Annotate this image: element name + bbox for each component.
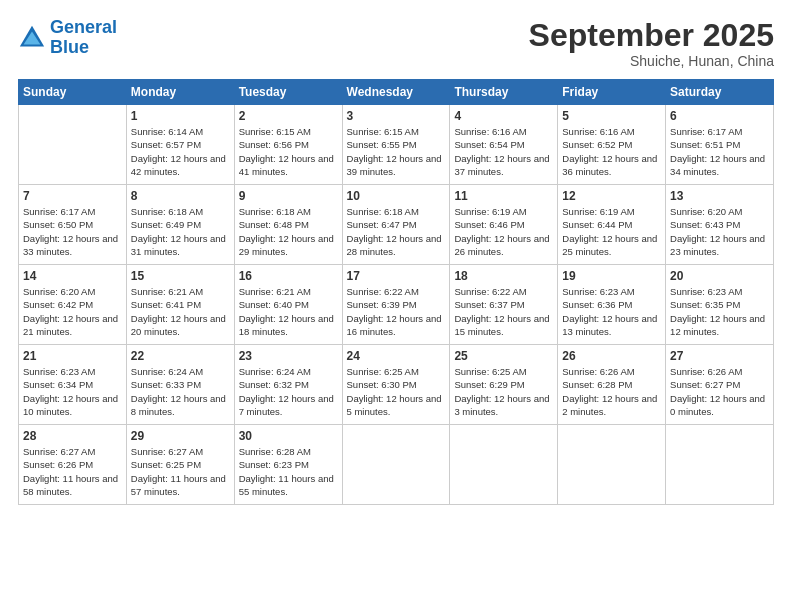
week-row-1: 1Sunrise: 6:14 AMSunset: 6:57 PMDaylight… — [19, 105, 774, 185]
day-number: 26 — [562, 349, 661, 363]
day-number: 27 — [670, 349, 769, 363]
day-number: 24 — [347, 349, 446, 363]
day-cell: 15Sunrise: 6:21 AMSunset: 6:41 PMDayligh… — [126, 265, 234, 345]
day-number: 12 — [562, 189, 661, 203]
day-number: 4 — [454, 109, 553, 123]
day-cell: 22Sunrise: 6:24 AMSunset: 6:33 PMDayligh… — [126, 345, 234, 425]
logo-icon — [18, 24, 46, 52]
day-detail: Sunrise: 6:19 AMSunset: 6:44 PMDaylight:… — [562, 205, 661, 258]
day-cell: 23Sunrise: 6:24 AMSunset: 6:32 PMDayligh… — [234, 345, 342, 425]
col-header-wednesday: Wednesday — [342, 80, 450, 105]
day-cell: 18Sunrise: 6:22 AMSunset: 6:37 PMDayligh… — [450, 265, 558, 345]
week-row-4: 21Sunrise: 6:23 AMSunset: 6:34 PMDayligh… — [19, 345, 774, 425]
day-number: 7 — [23, 189, 122, 203]
day-number: 15 — [131, 269, 230, 283]
logo-line1: General — [50, 17, 117, 37]
day-detail: Sunrise: 6:24 AMSunset: 6:32 PMDaylight:… — [239, 365, 338, 418]
day-detail: Sunrise: 6:21 AMSunset: 6:40 PMDaylight:… — [239, 285, 338, 338]
day-number: 25 — [454, 349, 553, 363]
day-cell: 25Sunrise: 6:25 AMSunset: 6:29 PMDayligh… — [450, 345, 558, 425]
day-number: 11 — [454, 189, 553, 203]
calendar-table: SundayMondayTuesdayWednesdayThursdayFrid… — [18, 79, 774, 505]
day-detail: Sunrise: 6:18 AMSunset: 6:48 PMDaylight:… — [239, 205, 338, 258]
day-detail: Sunrise: 6:22 AMSunset: 6:39 PMDaylight:… — [347, 285, 446, 338]
col-header-thursday: Thursday — [450, 80, 558, 105]
col-header-sunday: Sunday — [19, 80, 127, 105]
day-number: 20 — [670, 269, 769, 283]
header-row: SundayMondayTuesdayWednesdayThursdayFrid… — [19, 80, 774, 105]
day-cell: 5Sunrise: 6:16 AMSunset: 6:52 PMDaylight… — [558, 105, 666, 185]
day-detail: Sunrise: 6:16 AMSunset: 6:54 PMDaylight:… — [454, 125, 553, 178]
logo-text: General Blue — [50, 18, 117, 58]
day-cell: 10Sunrise: 6:18 AMSunset: 6:47 PMDayligh… — [342, 185, 450, 265]
day-detail: Sunrise: 6:22 AMSunset: 6:37 PMDaylight:… — [454, 285, 553, 338]
day-detail: Sunrise: 6:16 AMSunset: 6:52 PMDaylight:… — [562, 125, 661, 178]
week-row-2: 7Sunrise: 6:17 AMSunset: 6:50 PMDaylight… — [19, 185, 774, 265]
day-detail: Sunrise: 6:14 AMSunset: 6:57 PMDaylight:… — [131, 125, 230, 178]
week-row-5: 28Sunrise: 6:27 AMSunset: 6:26 PMDayligh… — [19, 425, 774, 505]
day-cell: 24Sunrise: 6:25 AMSunset: 6:30 PMDayligh… — [342, 345, 450, 425]
col-header-tuesday: Tuesday — [234, 80, 342, 105]
day-cell: 3Sunrise: 6:15 AMSunset: 6:55 PMDaylight… — [342, 105, 450, 185]
day-number: 8 — [131, 189, 230, 203]
day-cell — [19, 105, 127, 185]
day-detail: Sunrise: 6:18 AMSunset: 6:49 PMDaylight:… — [131, 205, 230, 258]
day-detail: Sunrise: 6:25 AMSunset: 6:29 PMDaylight:… — [454, 365, 553, 418]
day-cell: 7Sunrise: 6:17 AMSunset: 6:50 PMDaylight… — [19, 185, 127, 265]
day-cell: 14Sunrise: 6:20 AMSunset: 6:42 PMDayligh… — [19, 265, 127, 345]
day-cell: 13Sunrise: 6:20 AMSunset: 6:43 PMDayligh… — [666, 185, 774, 265]
header: General Blue September 2025 Shuiche, Hun… — [18, 18, 774, 69]
day-detail: Sunrise: 6:26 AMSunset: 6:27 PMDaylight:… — [670, 365, 769, 418]
day-detail: Sunrise: 6:23 AMSunset: 6:36 PMDaylight:… — [562, 285, 661, 338]
day-number: 16 — [239, 269, 338, 283]
day-detail: Sunrise: 6:28 AMSunset: 6:23 PMDaylight:… — [239, 445, 338, 498]
day-cell — [666, 425, 774, 505]
day-detail: Sunrise: 6:15 AMSunset: 6:55 PMDaylight:… — [347, 125, 446, 178]
day-number: 29 — [131, 429, 230, 443]
day-cell: 30Sunrise: 6:28 AMSunset: 6:23 PMDayligh… — [234, 425, 342, 505]
day-cell: 11Sunrise: 6:19 AMSunset: 6:46 PMDayligh… — [450, 185, 558, 265]
day-number: 9 — [239, 189, 338, 203]
day-number: 18 — [454, 269, 553, 283]
day-number: 3 — [347, 109, 446, 123]
location: Shuiche, Hunan, China — [529, 53, 774, 69]
day-detail: Sunrise: 6:26 AMSunset: 6:28 PMDaylight:… — [562, 365, 661, 418]
day-detail: Sunrise: 6:15 AMSunset: 6:56 PMDaylight:… — [239, 125, 338, 178]
day-number: 2 — [239, 109, 338, 123]
day-cell: 29Sunrise: 6:27 AMSunset: 6:25 PMDayligh… — [126, 425, 234, 505]
logo: General Blue — [18, 18, 117, 58]
day-cell: 19Sunrise: 6:23 AMSunset: 6:36 PMDayligh… — [558, 265, 666, 345]
day-detail: Sunrise: 6:21 AMSunset: 6:41 PMDaylight:… — [131, 285, 230, 338]
day-number: 30 — [239, 429, 338, 443]
week-row-3: 14Sunrise: 6:20 AMSunset: 6:42 PMDayligh… — [19, 265, 774, 345]
day-detail: Sunrise: 6:18 AMSunset: 6:47 PMDaylight:… — [347, 205, 446, 258]
day-cell: 1Sunrise: 6:14 AMSunset: 6:57 PMDaylight… — [126, 105, 234, 185]
day-number: 5 — [562, 109, 661, 123]
day-detail: Sunrise: 6:17 AMSunset: 6:50 PMDaylight:… — [23, 205, 122, 258]
col-header-saturday: Saturday — [666, 80, 774, 105]
day-detail: Sunrise: 6:24 AMSunset: 6:33 PMDaylight:… — [131, 365, 230, 418]
day-cell: 17Sunrise: 6:22 AMSunset: 6:39 PMDayligh… — [342, 265, 450, 345]
day-cell: 27Sunrise: 6:26 AMSunset: 6:27 PMDayligh… — [666, 345, 774, 425]
day-detail: Sunrise: 6:23 AMSunset: 6:34 PMDaylight:… — [23, 365, 122, 418]
day-cell — [450, 425, 558, 505]
day-number: 28 — [23, 429, 122, 443]
page: General Blue September 2025 Shuiche, Hun… — [0, 0, 792, 612]
day-detail: Sunrise: 6:17 AMSunset: 6:51 PMDaylight:… — [670, 125, 769, 178]
day-detail: Sunrise: 6:19 AMSunset: 6:46 PMDaylight:… — [454, 205, 553, 258]
day-number: 1 — [131, 109, 230, 123]
day-cell: 26Sunrise: 6:26 AMSunset: 6:28 PMDayligh… — [558, 345, 666, 425]
col-header-friday: Friday — [558, 80, 666, 105]
logo-line2: Blue — [50, 37, 89, 57]
day-number: 6 — [670, 109, 769, 123]
day-cell — [342, 425, 450, 505]
day-cell: 16Sunrise: 6:21 AMSunset: 6:40 PMDayligh… — [234, 265, 342, 345]
day-number: 22 — [131, 349, 230, 363]
day-detail: Sunrise: 6:25 AMSunset: 6:30 PMDaylight:… — [347, 365, 446, 418]
day-number: 13 — [670, 189, 769, 203]
day-cell: 20Sunrise: 6:23 AMSunset: 6:35 PMDayligh… — [666, 265, 774, 345]
day-number: 14 — [23, 269, 122, 283]
month-title: September 2025 — [529, 18, 774, 53]
day-number: 21 — [23, 349, 122, 363]
day-detail: Sunrise: 6:27 AMSunset: 6:26 PMDaylight:… — [23, 445, 122, 498]
